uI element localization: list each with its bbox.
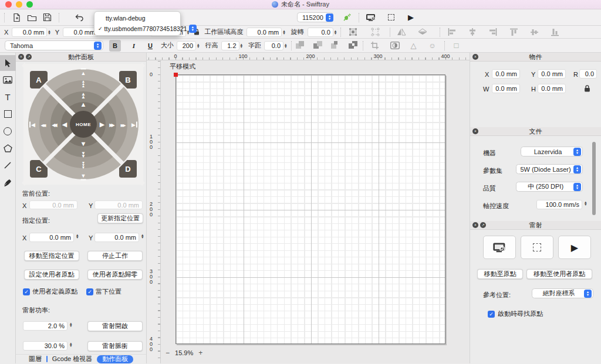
jog-right-1-button[interactable]: ▶: [100, 121, 104, 128]
target-x-field[interactable]: 0.0 mm: [29, 233, 74, 242]
quality-select[interactable]: 中 (250 DPI) ▲▼: [516, 182, 583, 192]
close-panel-icon[interactable]: ×: [472, 222, 478, 228]
jog-left-2-button[interactable]: ◀◀: [53, 121, 56, 128]
undo-button[interactable]: [72, 11, 87, 24]
sharpen-button[interactable]: △: [406, 39, 421, 52]
stepper-icon[interactable]: ▴▾: [48, 30, 50, 35]
laser-power-low-field[interactable]: 2.0 %: [23, 321, 67, 331]
set-user-origin-button[interactable]: 設定使用者原點: [24, 270, 79, 280]
machine-select[interactable]: Lazervida ▲▼: [521, 147, 583, 157]
reset-user-origin-button[interactable]: 使用者原點歸零: [87, 270, 143, 280]
frame-job-big-button[interactable]: [521, 236, 553, 259]
subtract-button[interactable]: [313, 41, 323, 50]
align-center-horizontal-button[interactable]: [465, 26, 480, 39]
work-area[interactable]: [175, 74, 445, 344]
reference-position-select[interactable]: 絕對座標系 ▲▼: [532, 288, 593, 298]
text-tool-button[interactable]: T: [0, 89, 16, 105]
object-y-field[interactable]: 0.0 mm: [538, 69, 566, 79]
image-tool-button[interactable]: [0, 72, 16, 88]
group-button[interactable]: [345, 26, 360, 39]
jog-right-3-button[interactable]: ▶▶▶: [121, 121, 125, 128]
jog-down-end-button[interactable]: ▼: [81, 172, 86, 179]
x-position-field[interactable]: 0.0 mm: [12, 28, 47, 37]
zoom-out-button[interactable]: −: [166, 349, 170, 357]
object-x-field[interactable]: 0.0 mm: [492, 69, 520, 79]
tab-gcode-viewer[interactable]: Gcode 檢視器: [52, 355, 92, 363]
undock-panel-icon[interactable]: ↗: [480, 222, 486, 228]
align-bottom-button[interactable]: [547, 26, 562, 39]
line-height-field[interactable]: 1.2: [221, 41, 239, 50]
font-family-select[interactable]: Tahoma ▲▼: [5, 40, 103, 50]
align-top-button[interactable]: [506, 26, 521, 39]
select-tool-button[interactable]: [0, 55, 16, 71]
stepper-icon[interactable]: ▴▾: [241, 43, 243, 48]
user-origin-checkbox[interactable]: ✓ 使用者定義原點: [23, 287, 77, 296]
ungroup-button[interactable]: [367, 26, 383, 39]
y-position-field[interactable]: 0.0 mm: [63, 28, 98, 37]
close-panel-icon[interactable]: ×: [472, 54, 478, 60]
stepper-icon[interactable]: ▴▾: [70, 322, 72, 327]
baud-rate-select[interactable]: 115200 ▲▼: [297, 12, 333, 22]
canvas-area[interactable]: 0 100 200 300 400 0 100 200 300 400 平移模式…: [147, 53, 470, 363]
tab-action-panel-selected[interactable]: 動作面板: [97, 355, 133, 363]
home-button[interactable]: HOME: [70, 111, 97, 138]
close-panel-icon[interactable]: ×: [18, 54, 24, 60]
font-size-field[interactable]: 200: [177, 41, 196, 50]
close-panel-icon[interactable]: ×: [472, 128, 478, 134]
jog-down-3-button[interactable]: ▼▼▼: [82, 161, 85, 168]
object-rotation-field[interactable]: 0.0: [579, 69, 597, 79]
ellipse-tool-button[interactable]: [0, 123, 16, 139]
pen-tool-button[interactable]: [0, 174, 16, 190]
stepper-icon[interactable]: ▴▾: [197, 43, 200, 48]
find-origin-checkbox[interactable]: ✓ 啟動時尋找原點: [488, 309, 543, 318]
stepper-icon[interactable]: ▴▾: [283, 30, 285, 35]
laser-on-button[interactable]: 雷射開啟: [87, 321, 143, 331]
jog-left-1-button[interactable]: ◀: [62, 121, 67, 128]
jog-down-2-button[interactable]: ▼▼: [81, 151, 86, 157]
line-tool-button[interactable]: [0, 157, 16, 173]
stepper-icon[interactable]: ▴▾: [76, 234, 79, 239]
laser-pulse-button[interactable]: 雷射脈衝: [87, 341, 143, 351]
new-file-button[interactable]: [9, 11, 24, 24]
serial-port-option[interactable]: tty.wlan-debug: [96, 13, 178, 23]
jog-left-end-button[interactable]: ◀: [29, 121, 35, 128]
crop-button[interactable]: [367, 39, 383, 52]
current-pos-checkbox[interactable]: ✓ 當下位置: [86, 287, 121, 296]
frame-preview-button[interactable]: [383, 11, 399, 24]
zoom-in-button[interactable]: +: [198, 349, 202, 357]
stepper-icon[interactable]: ▴▾: [141, 234, 144, 239]
align-right-button[interactable]: [485, 26, 501, 39]
align-left-button[interactable]: [444, 26, 460, 39]
align-center-vertical-button[interactable]: [526, 26, 542, 39]
flip-vertical-button[interactable]: [415, 26, 430, 39]
flip-horizontal-button[interactable]: [394, 26, 409, 39]
jog-right-end-button[interactable]: ▶: [131, 121, 137, 128]
invert-button[interactable]: [387, 39, 403, 52]
underline-button[interactable]: U: [144, 42, 156, 49]
start-job-button[interactable]: ▶: [403, 11, 418, 24]
stepper-icon[interactable]: ▴▾: [285, 43, 287, 48]
laser-power-high-field[interactable]: 30.0 %: [23, 341, 67, 351]
start-job-big-button[interactable]: ▶: [558, 236, 591, 259]
panel-scrollbar[interactable]: [592, 142, 596, 215]
axis-speed-field[interactable]: 100.0 mm/s: [536, 200, 582, 209]
jog-right-2-button[interactable]: ▶▶: [110, 121, 114, 128]
save-button[interactable]: [39, 11, 55, 24]
jog-up-2-button[interactable]: ▲▲: [81, 92, 86, 97]
update-target-button[interactable]: 更新指定位置: [97, 213, 143, 223]
undock-panel-icon[interactable]: ↗: [26, 54, 32, 60]
connect-button[interactable]: [339, 11, 354, 24]
jog-up-3-button[interactable]: ▲▲▲: [82, 80, 85, 86]
union-button[interactable]: [296, 41, 306, 50]
work-height-field[interactable]: 0.0 mm: [247, 28, 282, 37]
move-to-origin-button[interactable]: 移動至原點: [477, 269, 523, 279]
polygon-tool-button[interactable]: [0, 140, 16, 156]
jog-up-end-button[interactable]: ▲: [81, 70, 86, 76]
tab-layers[interactable]: 圖層: [29, 355, 42, 363]
rectangle-tool-button[interactable]: [0, 106, 16, 122]
italic-button[interactable]: I: [128, 42, 140, 49]
preset-select[interactable]: 5W (Diode Laser) ▲▼: [516, 164, 583, 174]
target-y-field[interactable]: 0.0 mm: [94, 233, 139, 242]
mask-button[interactable]: □: [449, 39, 464, 52]
serial-port-option-selected[interactable]: ✓ tty.usbmodem7780734518321 ▲▼: [96, 23, 178, 34]
